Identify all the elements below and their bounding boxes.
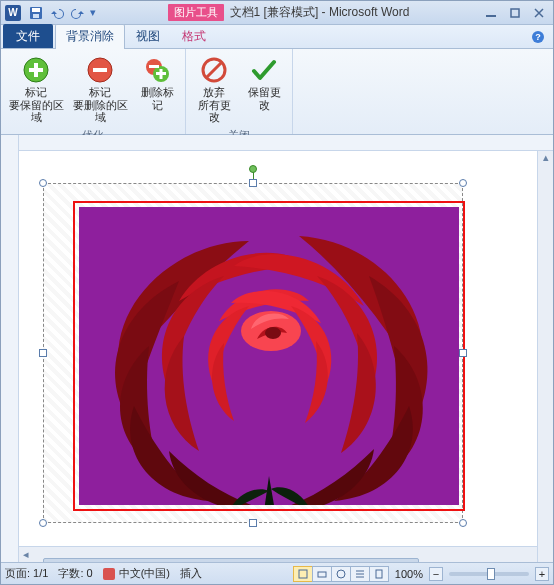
scrollbar-horizontal[interactable]: ◂ ▸ — [19, 546, 553, 562]
ribbon-group-close: 放弃所有更改 保留更改 关闭 — [186, 49, 293, 134]
window-controls — [481, 6, 549, 20]
delete-mark-icon — [142, 55, 172, 85]
rose-image — [79, 207, 459, 505]
status-insert-mode[interactable]: 插入 — [180, 566, 202, 581]
tab-view[interactable]: 视图 — [125, 24, 171, 48]
redo-button[interactable] — [69, 4, 87, 22]
undo-button[interactable] — [48, 4, 66, 22]
draft-icon — [374, 569, 384, 579]
plus-circle-icon — [21, 55, 51, 85]
svg-rect-14 — [149, 65, 159, 68]
svg-rect-11 — [93, 68, 107, 72]
help-icon: ? — [531, 30, 545, 44]
restore-icon — [509, 7, 521, 19]
handle-w[interactable] — [39, 349, 47, 357]
mark-keep-button[interactable]: 标记要保留的区域 — [5, 52, 67, 127]
ribbon-tabs: 文件 背景消除 视图 格式 ? — [1, 25, 553, 49]
zoom-in-button[interactable]: + — [535, 567, 549, 581]
scrollbar-vertical[interactable]: ▴ — [537, 151, 553, 562]
title-center: 图片工具 文档1 [兼容模式] - Microsoft Word — [98, 4, 479, 21]
document-area: ◂ ▸ ▴ — [1, 135, 553, 562]
image-surface — [79, 207, 459, 505]
fullscreen-icon — [317, 569, 327, 579]
title-bar: W ▾ 图片工具 文档1 [兼容模式] - Microsoft Word — [1, 1, 553, 25]
svg-rect-9 — [29, 68, 43, 72]
restore-button[interactable] — [505, 6, 525, 20]
svg-text:?: ? — [535, 32, 541, 42]
discard-label: 放弃所有更改 — [193, 86, 235, 124]
discard-icon — [199, 55, 229, 85]
zoom-thumb[interactable] — [487, 568, 495, 580]
status-bar: 页面: 1/1 字数: 0 中文(中国) 插入 100% − + — [1, 562, 553, 584]
view-buttons — [294, 566, 389, 582]
checkmark-icon — [249, 55, 279, 85]
ribbon-group-optimize: 标记要保留的区域 标记要删除的区域 删除标记 优化 — [1, 49, 186, 134]
svg-rect-2 — [33, 14, 39, 18]
keep-changes-button[interactable]: 保留更改 — [240, 52, 288, 127]
mark-keep-label: 标记要保留的区域 — [8, 86, 64, 124]
svg-rect-1 — [32, 8, 40, 12]
quick-access-toolbar: ▾ — [27, 4, 96, 22]
svg-rect-23 — [299, 570, 307, 578]
status-page[interactable]: 页面: 1/1 — [5, 566, 48, 581]
tab-format[interactable]: 格式 — [171, 24, 217, 48]
view-print-layout[interactable] — [293, 566, 313, 582]
close-button[interactable] — [529, 6, 549, 20]
minimize-button[interactable] — [481, 6, 501, 20]
status-words[interactable]: 字数: 0 — [58, 566, 92, 581]
handle-s[interactable] — [249, 519, 257, 527]
svg-point-21 — [265, 327, 281, 339]
view-outline[interactable] — [350, 566, 370, 582]
ribbon: 标记要保留的区域 标记要删除的区域 删除标记 优化 — [1, 49, 553, 135]
discard-changes-button[interactable]: 放弃所有更改 — [190, 52, 238, 127]
svg-rect-22 — [103, 568, 115, 580]
handle-se[interactable] — [459, 519, 467, 527]
mark-remove-button[interactable]: 标记要删除的区域 — [69, 52, 131, 127]
ruler-vertical[interactable] — [1, 135, 19, 562]
qat-dropdown-icon[interactable]: ▾ — [90, 6, 96, 19]
status-language[interactable]: 中文(中国) — [103, 566, 170, 581]
ruler-horizontal[interactable] — [19, 135, 553, 151]
document-canvas[interactable] — [19, 151, 553, 546]
svg-rect-26 — [376, 570, 382, 578]
delete-mark-label: 删除标记 — [136, 86, 178, 111]
svg-line-18 — [207, 63, 221, 77]
language-icon — [103, 568, 115, 580]
redo-icon — [71, 6, 85, 20]
handle-sw[interactable] — [39, 519, 47, 527]
minus-circle-icon — [85, 55, 115, 85]
view-full-screen[interactable] — [312, 566, 332, 582]
minimize-icon — [485, 7, 497, 19]
web-layout-icon — [336, 569, 346, 579]
save-icon — [29, 6, 43, 20]
save-button[interactable] — [27, 4, 45, 22]
tab-file[interactable]: 文件 — [3, 24, 53, 48]
contextual-tools-label: 图片工具 — [168, 4, 224, 21]
app-window: W ▾ 图片工具 文档1 [兼容模式] - Microsoft Word 文件 … — [0, 0, 554, 585]
zoom-out-button[interactable]: − — [429, 567, 443, 581]
svg-point-25 — [337, 570, 345, 578]
tab-background-removal[interactable]: 背景消除 — [55, 24, 125, 49]
zoom-percent[interactable]: 100% — [395, 568, 423, 580]
view-web-layout[interactable] — [331, 566, 351, 582]
undo-icon — [50, 6, 64, 20]
rotation-handle[interactable] — [249, 165, 257, 173]
outline-icon — [355, 569, 365, 579]
selected-picture[interactable] — [43, 183, 463, 523]
keep-label: 保留更改 — [243, 86, 285, 111]
svg-rect-3 — [486, 15, 496, 17]
zoom-slider[interactable] — [449, 572, 529, 576]
handle-nw[interactable] — [39, 179, 47, 187]
view-draft[interactable] — [369, 566, 389, 582]
close-icon — [533, 7, 545, 19]
handle-n[interactable] — [249, 179, 257, 187]
svg-rect-16 — [160, 69, 163, 79]
delete-mark-button[interactable]: 删除标记 — [133, 52, 181, 127]
print-layout-icon — [298, 569, 308, 579]
handle-ne[interactable] — [459, 179, 467, 187]
mark-remove-label: 标记要删除的区域 — [72, 86, 128, 124]
help-button[interactable]: ? — [525, 28, 551, 48]
svg-rect-24 — [318, 572, 326, 577]
handle-e[interactable] — [459, 349, 467, 357]
svg-rect-4 — [511, 9, 519, 17]
